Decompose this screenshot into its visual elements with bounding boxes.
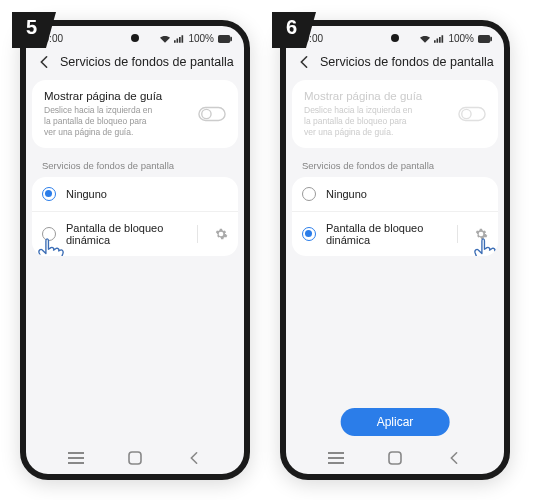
signal-icon <box>174 35 184 43</box>
guide-desc: Deslice hacia la izquierda en la pantall… <box>304 105 458 138</box>
toggle-switch[interactable] <box>458 106 486 122</box>
phone-frame: 10:00 100% Servicios de fondos de pantal… <box>20 20 250 480</box>
wifi-icon <box>420 35 430 43</box>
battery-pct: 100% <box>448 33 474 44</box>
svg-point-11 <box>462 109 471 118</box>
svg-rect-10 <box>459 108 485 121</box>
option-none[interactable]: Ninguno <box>292 177 498 212</box>
back-icon[interactable] <box>296 54 312 70</box>
svg-rect-9 <box>490 36 492 40</box>
option-dynamic-label: Pantalla de bloqueo dinámica <box>66 222 187 246</box>
option-dynamic-label: Pantalla de bloqueo dinámica <box>326 222 447 246</box>
step-number: 6 <box>286 16 297 39</box>
camera-notch <box>391 34 399 42</box>
nav-home-icon[interactable] <box>381 451 409 465</box>
svg-rect-15 <box>389 452 401 464</box>
guide-title: Mostrar página de guía <box>44 90 198 102</box>
radio-dynamic[interactable] <box>42 227 56 241</box>
svg-rect-7 <box>129 452 141 464</box>
nav-bar <box>286 442 504 474</box>
svg-rect-2 <box>199 108 225 121</box>
guide-title: Mostrar página de guía <box>304 90 458 102</box>
wallpaper-options: Ninguno Pantalla de bloqueo dinámica <box>32 177 238 256</box>
gear-icon[interactable] <box>214 227 228 241</box>
guide-desc: Deslice hacia la izquierda en la pantall… <box>44 105 198 138</box>
guide-card[interactable]: Mostrar página de guía Deslice hacia la … <box>292 80 498 148</box>
option-dynamic[interactable]: Pantalla de bloqueo dinámica <box>32 212 238 256</box>
gear-icon[interactable] <box>474 227 488 241</box>
wallpaper-options: Ninguno Pantalla de bloqueo dinámica <box>292 177 498 256</box>
page-title: Servicios de fondos de pantalla <box>320 55 494 69</box>
step-badge: 6 <box>272 12 316 48</box>
svg-rect-8 <box>478 35 490 43</box>
status-icons: 100% <box>420 33 492 44</box>
nav-bar <box>26 442 244 474</box>
option-none-label: Ninguno <box>326 188 488 200</box>
camera-notch <box>131 34 139 42</box>
svg-point-3 <box>202 109 211 118</box>
step-6-container: 6 10:00 100% Servicios de fondos de pant… <box>280 20 510 480</box>
option-dynamic[interactable]: Pantalla de bloqueo dinámica <box>292 212 498 256</box>
signal-icon <box>434 35 444 43</box>
option-none-label: Ninguno <box>66 188 228 200</box>
gear-separator <box>457 225 458 243</box>
nav-back-icon[interactable] <box>180 451 208 465</box>
step-badge: 5 <box>12 12 56 48</box>
radio-none[interactable] <box>42 187 56 201</box>
nav-home-icon[interactable] <box>121 451 149 465</box>
guide-card[interactable]: Mostrar página de guía Deslice hacia la … <box>32 80 238 148</box>
nav-recents-icon[interactable] <box>62 452 90 464</box>
app-header: Servicios de fondos de pantalla <box>26 48 244 80</box>
battery-icon <box>218 35 232 43</box>
back-icon[interactable] <box>36 54 52 70</box>
radio-none[interactable] <box>302 187 316 201</box>
status-icons: 100% <box>160 33 232 44</box>
svg-rect-1 <box>230 36 232 40</box>
radio-dynamic[interactable] <box>302 227 316 241</box>
nav-recents-icon[interactable] <box>322 452 350 464</box>
apply-button[interactable]: Aplicar <box>341 408 450 436</box>
battery-icon <box>478 35 492 43</box>
step-5-container: 5 10:00 100% Servicios de fondos de pant… <box>20 20 250 480</box>
nav-back-icon[interactable] <box>440 451 468 465</box>
step-number: 5 <box>26 16 37 39</box>
phone-frame: 10:00 100% Servicios de fondos de pantal… <box>280 20 510 480</box>
svg-rect-0 <box>218 35 230 43</box>
wifi-icon <box>160 35 170 43</box>
battery-pct: 100% <box>188 33 214 44</box>
section-label: Servicios de fondos de pantalla <box>286 156 504 177</box>
option-none[interactable]: Ninguno <box>32 177 238 212</box>
app-header: Servicios de fondos de pantalla <box>286 48 504 80</box>
page-title: Servicios de fondos de pantalla <box>60 55 234 69</box>
section-label: Servicios de fondos de pantalla <box>26 156 244 177</box>
toggle-switch[interactable] <box>198 106 226 122</box>
gear-separator <box>197 225 198 243</box>
